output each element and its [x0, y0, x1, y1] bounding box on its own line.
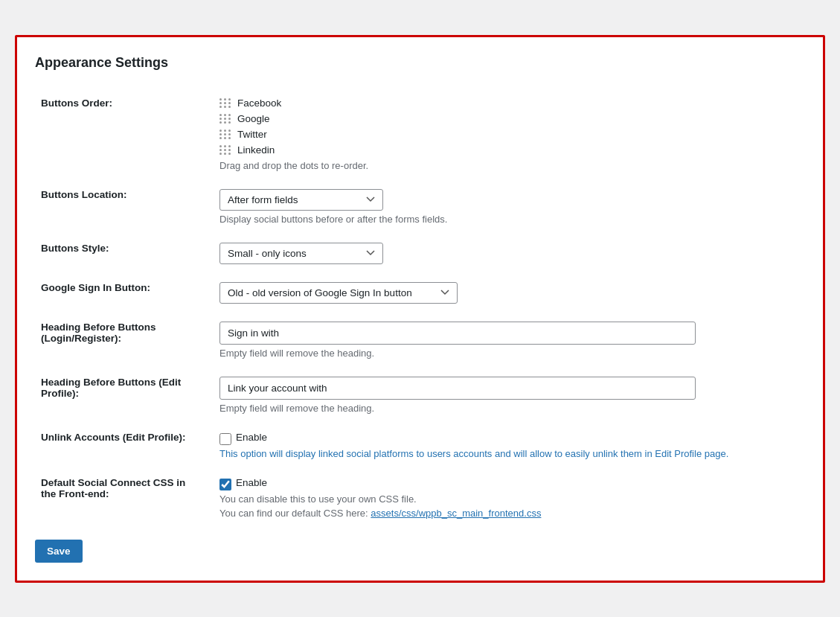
unlink-accounts-checkbox-row: Enable: [219, 432, 799, 445]
default-css-desc2: You can find our default CSS here: asset…: [219, 508, 799, 519]
drag-item-twitter[interactable]: Twitter: [219, 129, 799, 140]
save-button[interactable]: Save: [35, 540, 83, 563]
buttons-style-row: Buttons Style: Default Small - only icon…: [35, 234, 805, 273]
default-css-enable-label: Enable: [236, 477, 267, 488]
unlink-accounts-checkbox[interactable]: [219, 433, 231, 445]
buttons-location-label: Buttons Location:: [41, 189, 126, 200]
heading-login-hint: Empty field will remove the heading.: [219, 348, 799, 359]
default-css-label-line1: Default Social Connect CSS in: [41, 477, 185, 488]
google-signin-label: Google Sign In Button:: [41, 282, 150, 293]
heading-login-label-line1: Heading Before Buttons: [41, 322, 156, 333]
unlink-accounts-label: Unlink Accounts (Edit Profile):: [41, 432, 186, 443]
drag-label-linkedin: Linkedin: [237, 144, 275, 156]
default-css-row: Default Social Connect CSS in the Front-…: [35, 468, 805, 528]
default-css-checkbox-row: Enable: [219, 477, 799, 490]
drag-item-facebook[interactable]: Facebook: [219, 97, 799, 109]
drag-icon-facebook: [219, 98, 231, 108]
buttons-location-select[interactable]: Before form fields After form fields: [219, 189, 383, 211]
buttons-order-label: Buttons Order:: [41, 97, 112, 109]
drag-icon-twitter: [219, 130, 231, 139]
drag-item-linkedin[interactable]: Linkedin: [219, 144, 799, 156]
heading-edit-hint: Empty field will remove the heading.: [219, 403, 799, 414]
unlink-accounts-row: Unlink Accounts (Edit Profile): Enable T…: [35, 423, 805, 468]
appearance-settings-panel: Appearance Settings Buttons Order:: [15, 35, 825, 583]
buttons-location-hint: Display social buttons before or after t…: [219, 214, 799, 225]
drag-item-google[interactable]: Google: [219, 113, 799, 124]
heading-login-label-line2: (Login/Register):: [41, 333, 121, 344]
heading-edit-label-line1: Heading Before Buttons (Edit: [41, 377, 181, 388]
drag-list: Facebook Google: [219, 97, 799, 156]
default-css-desc1: You can disable this to use your own CSS…: [219, 493, 799, 505]
css-file-link[interactable]: assets/css/wppb_sc_main_frontend.css: [371, 508, 541, 519]
buttons-location-row: Buttons Location: Before form fields Aft…: [35, 180, 805, 234]
buttons-style-select[interactable]: Default Small - only icons Large - with …: [219, 243, 383, 264]
google-signin-select[interactable]: Default Old - old version of Google Sign…: [219, 282, 458, 304]
drag-icon-google: [219, 114, 231, 124]
buttons-style-label: Buttons Style:: [41, 243, 109, 254]
heading-edit-row: Heading Before Buttons (Edit Profile): E…: [35, 368, 805, 423]
settings-table: Buttons Order: Facebook: [35, 89, 805, 528]
default-css-label-line2: the Front-end:: [41, 488, 109, 499]
buttons-order-row: Buttons Order: Facebook: [35, 89, 805, 180]
drag-icon-linkedin: [219, 145, 231, 155]
heading-login-input[interactable]: [219, 322, 696, 345]
heading-edit-label-line2: Profile):: [41, 388, 79, 399]
drag-label-google: Google: [237, 113, 270, 124]
default-css-checkbox[interactable]: [219, 479, 231, 490]
drag-label-facebook: Facebook: [237, 97, 281, 109]
unlink-accounts-description: This option will display linked social p…: [219, 448, 799, 459]
heading-login-row: Heading Before Buttons (Login/Register):…: [35, 313, 805, 368]
drag-hint: Drag and drop the dots to re-order.: [219, 160, 799, 171]
heading-edit-input[interactable]: [219, 377, 696, 400]
drag-label-twitter: Twitter: [237, 129, 267, 140]
unlink-accounts-enable-label: Enable: [236, 432, 267, 443]
google-signin-row: Google Sign In Button: Default Old - old…: [35, 273, 805, 313]
page-title: Appearance Settings: [35, 55, 805, 71]
